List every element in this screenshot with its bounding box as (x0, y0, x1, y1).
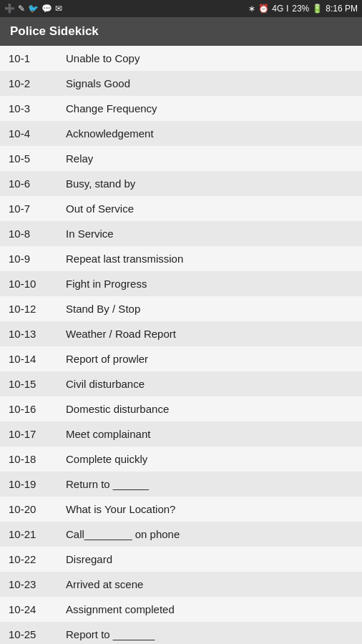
description-cell: Civil disturbance (57, 371, 362, 396)
description-cell: Signals Good (57, 71, 362, 96)
bird-icon: 🐦 (28, 4, 39, 14)
description-cell: Busy, stand by (57, 171, 362, 196)
table-row[interactable]: 10-25Report to _______ (0, 622, 362, 644)
code-cell: 10-7 (0, 196, 57, 221)
description-cell: Weather / Road Report (57, 321, 362, 346)
table-row[interactable]: 10-10Fight in Progress (0, 271, 362, 296)
code-cell: 10-14 (0, 346, 57, 371)
table-row[interactable]: 10-18Complete quickly (0, 447, 362, 472)
table-row[interactable]: 10-17Meet complainant (0, 421, 362, 447)
table-row[interactable]: 10-24Assignment completed (0, 597, 362, 622)
table-row[interactable]: 10-13Weather / Road Report (0, 321, 362, 346)
table-row[interactable]: 10-16Domestic disturbance (0, 396, 362, 421)
table-row[interactable]: 10-3Change Frequency (0, 96, 362, 121)
description-cell: Meet complainant (57, 421, 362, 447)
code-cell: 10-9 (0, 246, 57, 271)
table-row[interactable]: 10-5Relay (0, 146, 362, 171)
description-cell: Relay (57, 146, 362, 171)
code-cell: 10-8 (0, 221, 57, 246)
table-row[interactable]: 10-8In Service (0, 221, 362, 246)
code-cell: 10-1 (0, 46, 57, 71)
code-cell: 10-10 (0, 271, 57, 296)
table-row[interactable]: 10-20What is Your Location? (0, 497, 362, 522)
code-cell: 10-17 (0, 421, 57, 447)
table-row[interactable]: 10-19Return to ______ (0, 472, 362, 497)
table-row[interactable]: 10-21Call________ on phone (0, 522, 362, 547)
code-cell: 10-20 (0, 497, 57, 522)
table-row[interactable]: 10-9Repeat last transmission (0, 246, 362, 271)
description-cell: Stand By / Stop (57, 296, 362, 321)
time: 8:16 PM (326, 4, 358, 14)
code-cell: 10-6 (0, 171, 57, 196)
table-row[interactable]: 10-4Acknowledgement (0, 121, 362, 146)
code-cell: 10-23 (0, 572, 57, 597)
table-row[interactable]: 10-6Busy, stand by (0, 171, 362, 196)
alarm-icon: ⏰ (258, 4, 269, 14)
code-cell: 10-13 (0, 321, 57, 346)
code-cell: 10-2 (0, 71, 57, 96)
description-cell: Domestic disturbance (57, 396, 362, 421)
description-cell: Arrived at scene (57, 572, 362, 597)
code-cell: 10-15 (0, 371, 57, 396)
code-cell: 10-16 (0, 396, 57, 421)
mail-icon: ✉ (55, 4, 62, 14)
description-cell: Complete quickly (57, 447, 362, 472)
description-cell: Repeat last transmission (57, 246, 362, 271)
status-bar: ➕ ✎ 🐦 💬 ✉ ∗ ⏰ 4G Ⅰ 23% 🔋 8:16 PM (0, 0, 362, 17)
description-cell: Call________ on phone (57, 522, 362, 547)
table-row[interactable]: 10-12Stand By / Stop (0, 296, 362, 321)
code-cell: 10-18 (0, 447, 57, 472)
code-cell: 10-4 (0, 121, 57, 146)
battery-icon: 🔋 (312, 4, 323, 14)
app-title: Police Sidekick (10, 24, 99, 38)
status-bar-right: ∗ ⏰ 4G Ⅰ 23% 🔋 8:16 PM (248, 4, 358, 14)
code-cell: 10-21 (0, 522, 57, 547)
code-cell: 10-19 (0, 472, 57, 497)
code-cell: 10-3 (0, 96, 57, 121)
description-cell: In Service (57, 221, 362, 246)
table-row[interactable]: 10-7Out of Service (0, 196, 362, 221)
description-cell: Disregard (57, 547, 362, 572)
description-cell: What is Your Location? (57, 497, 362, 522)
code-cell: 10-12 (0, 296, 57, 321)
battery-percentage: 23% (292, 4, 309, 14)
edit-icon: ✎ (18, 4, 25, 14)
status-bar-left: ➕ ✎ 🐦 💬 ✉ (4, 4, 62, 14)
codes-table: 10-1Unable to Copy10-2Signals Good10-3Ch… (0, 46, 362, 644)
table-row[interactable]: 10-22Disregard (0, 547, 362, 572)
code-cell: 10-5 (0, 146, 57, 171)
table-row[interactable]: 10-23Arrived at scene (0, 572, 362, 597)
app-header: Police Sidekick (0, 17, 362, 46)
table-row[interactable]: 10-15Civil disturbance (0, 371, 362, 396)
description-cell: Acknowledgement (57, 121, 362, 146)
network-icon: 4G (272, 4, 283, 14)
sim-icon: ➕ (4, 4, 15, 14)
description-cell: Report of prowler (57, 346, 362, 371)
description-cell: Change Frequency (57, 96, 362, 121)
description-cell: Assignment completed (57, 597, 362, 622)
code-cell: 10-25 (0, 622, 57, 644)
bluetooth-icon: ∗ (248, 4, 255, 14)
description-cell: Unable to Copy (57, 46, 362, 71)
table-row[interactable]: 10-1Unable to Copy (0, 46, 362, 71)
description-cell: Fight in Progress (57, 271, 362, 296)
table-row[interactable]: 10-2Signals Good (0, 71, 362, 96)
code-cell: 10-22 (0, 547, 57, 572)
description-cell: Return to ______ (57, 472, 362, 497)
table-row[interactable]: 10-14Report of prowler (0, 346, 362, 371)
code-cell: 10-24 (0, 597, 57, 622)
description-cell: Report to _______ (57, 622, 362, 644)
signal-bars: Ⅰ (286, 4, 289, 14)
description-cell: Out of Service (57, 196, 362, 221)
chat-icon: 💬 (41, 4, 52, 14)
